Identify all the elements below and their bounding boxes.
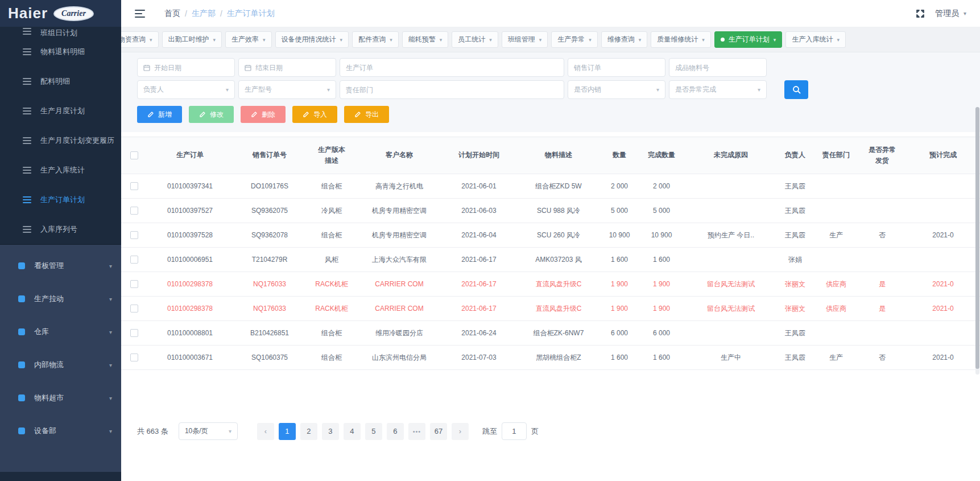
page-tab[interactable]: 员工统计 ▾ [452,31,498,48]
domestic-select[interactable]: 是否内销 ▾ [568,80,665,99]
sales-order-field[interactable] [568,58,665,77]
select-all-checkbox[interactable] [130,151,138,159]
page-number-button[interactable]: 5 [365,423,382,440]
page-tab[interactable]: 能耗预警 ▾ [402,31,449,48]
sidebar-menu-item[interactable]: 生产月度计划变更履历 [0,126,121,155]
page-tab[interactable]: 生产入库统计 ▾ [785,31,846,48]
sidebar-menu-item[interactable]: 班组日计划 [0,28,121,37]
page-number-button[interactable]: 6 [387,423,404,440]
abnormal-done-select[interactable]: 是否异常完成 ▾ [669,80,767,99]
last-page-button[interactable]: 67 [430,423,447,440]
vertical-scrollbar[interactable] [975,107,979,375]
table-cell: 2021-06-17 [442,248,516,272]
sidebar-menu-item[interactable]: 配料明细 [0,67,121,96]
page-number-button[interactable]: 2 [300,423,317,440]
action-button[interactable]: 导入 [292,106,337,123]
page-number-button[interactable]: 3 [322,423,339,440]
breadcrumb-home[interactable]: 首页 [164,9,180,19]
table-cell: 1 600 [638,248,685,272]
table-cell [858,321,906,345]
page-tab[interactable]: 配件查询 ▾ [352,31,399,48]
sidebar-menu-item[interactable]: 生产入库统计 [0,155,121,185]
page-tab[interactable]: 物资查询 ▾ [121,31,159,48]
sidebar-group-item[interactable]: 内部物流 ▾ [0,348,121,381]
page-tab[interactable]: 生产异常 ▾ [551,31,598,48]
table-row[interactable]: 010100298378NQ176033RACK机柜CARRIER COM202… [121,272,980,297]
sidebar-menu-item[interactable]: 物料退料明细 [0,37,121,67]
table-cell: DO109176S [233,174,307,198]
start-date-input[interactable] [154,64,229,72]
row-checkbox[interactable] [130,329,138,337]
row-checkbox[interactable] [130,256,138,264]
menu-toggle-icon[interactable] [135,10,145,18]
material-no-input[interactable] [675,64,760,72]
action-button[interactable]: 导出 [344,106,389,123]
row-checkbox[interactable] [130,207,138,215]
row-checkbox[interactable] [130,182,138,190]
end-date-input[interactable] [255,64,330,72]
model-select-label: 生产型号 [245,85,272,94]
owner-select[interactable]: 负责人 ▾ [137,80,235,99]
table-cell: 风柜 [307,248,357,272]
chevron-down-icon: ▾ [263,37,266,43]
table-row[interactable]: 010100006951T2104279R风柜上海大众汽车有限2021-06-1… [121,248,980,272]
row-checkbox[interactable] [130,353,138,361]
page-size-select[interactable]: 10条/页 ▾ [179,422,238,440]
row-checkbox[interactable] [130,305,138,313]
production-order-input[interactable] [346,64,558,72]
table-header-cell: 生产订单 [147,137,233,174]
page-tab[interactable]: 班组管理 ▾ [502,31,548,48]
table-header-cell: 计划开始时间 [442,137,516,174]
table-row[interactable]: 010100298378NQ176033RACK机柜CARRIER COM202… [121,297,980,321]
breadcrumb-page[interactable]: 生产订单计划 [227,9,275,19]
model-select[interactable]: 生产型号 ▾ [238,80,336,99]
table-row[interactable]: 010100397527SQ9362075冷风柜机房专用精密空调2021-06-… [121,199,980,223]
sidebar-group-item[interactable]: 生产拉动 ▾ [0,282,121,315]
page-tab[interactable]: 设备使用情况统计 ▾ [275,31,349,48]
table-row[interactable]: 010100397528SQ9362078组合柜机房专用精密空调2021-06-… [121,223,980,248]
page-tab[interactable]: 质量维修统计 ▾ [651,31,711,48]
action-button[interactable]: 修改 [189,106,234,123]
table-row[interactable]: 010100008801B210426851组合柜维用冷暖园分店2021-06-… [121,321,980,346]
more-pages-icon[interactable]: ••• [408,423,425,440]
prev-page-button[interactable]: ‹ [257,423,274,440]
department-field[interactable] [340,80,564,99]
jump-page-input[interactable] [502,422,527,440]
sales-order-input[interactable] [574,64,659,72]
action-button[interactable]: 新增 [137,106,182,123]
sidebar-group-item[interactable]: 仓库 ▾ [0,315,121,348]
page-tab[interactable]: 生产效率 ▾ [225,31,272,48]
fullscreen-icon[interactable] [916,9,925,18]
table-row[interactable]: 010100003671SQ1060375组合柜山东滨州电信分局2021-07-… [121,346,980,370]
table-row[interactable]: 010100006011DO1063076冷藏Q柜青岛海尔空调电2021-07-… [121,370,980,378]
department-input[interactable] [346,86,558,94]
start-date-field[interactable] [137,58,235,77]
vertical-scrollbar-thumb[interactable] [975,107,979,369]
search-button[interactable] [784,80,808,99]
user-menu[interactable]: 管理员 [935,9,959,19]
page-number-button[interactable]: 4 [344,423,361,440]
chevron-down-icon: ▾ [327,87,330,93]
row-checkbox[interactable] [130,280,138,288]
material-no-field[interactable] [669,58,767,77]
action-button[interactable]: 删除 [241,106,286,123]
production-order-field[interactable] [340,58,564,77]
page-tab[interactable]: 生产订单计划 ▾ [714,31,783,48]
sidebar-group-item[interactable]: 看板管理 ▾ [0,249,121,282]
page-tab[interactable]: 维修查询 ▾ [601,31,648,48]
next-page-button[interactable]: › [452,423,469,440]
sidebar-menu-item[interactable]: 生产订单计划 [0,185,121,215]
table-row[interactable]: 010100397341DO109176S组合柜高青海之行机电2021-06-0… [121,174,980,199]
sidebar-group-item[interactable]: 设备部 ▾ [0,414,121,447]
page-tab[interactable]: 出勤工时维护 ▾ [162,31,222,48]
sidebar-menu-item[interactable]: 入库序列号 [0,215,121,244]
chevron-down-icon: ▾ [639,37,642,43]
end-date-field[interactable] [238,58,336,77]
sidebar-menu-item[interactable]: 生产月度计划 [0,96,121,126]
page-number-button[interactable]: 1 [279,423,296,440]
row-checkbox[interactable] [130,231,138,239]
breadcrumb-dept[interactable]: 生产部 [192,9,216,19]
chevron-down-icon[interactable]: ▾ [964,10,966,17]
sidebar-group-item[interactable]: 物料超市 ▾ [0,381,121,414]
table-header-cell: 未完成原因 [685,137,776,174]
